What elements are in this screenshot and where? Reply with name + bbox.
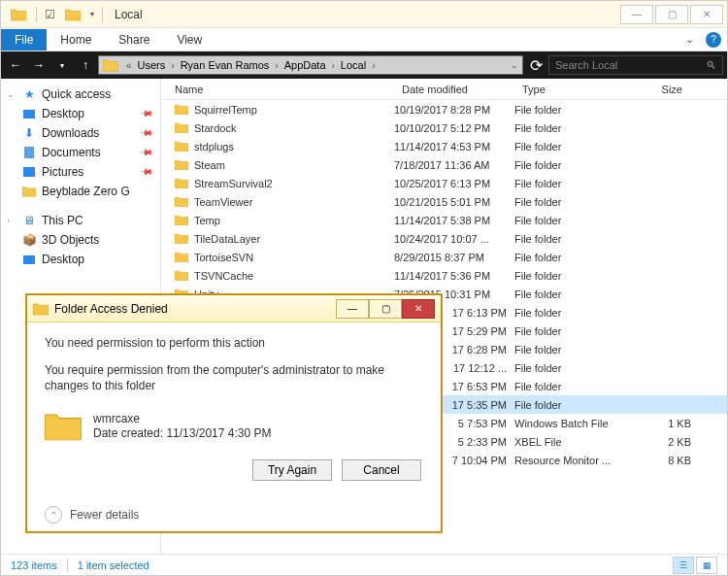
status-count: 123 items — [11, 559, 57, 571]
search-icon: 🔍︎ — [706, 59, 716, 71]
file-type: File folder — [514, 141, 617, 152]
file-type: File folder — [514, 178, 617, 189]
table-row[interactable]: Stardock10/10/2017 5:12 PMFile folder — [161, 119, 727, 137]
table-row[interactable]: StreamSurvival210/25/2017 6:13 PMFile fo… — [161, 174, 727, 192]
table-row[interactable]: SquirrelTemp10/19/2017 8:28 PMFile folde… — [161, 100, 727, 119]
file-type: File folder — [514, 307, 617, 319]
status-selected: 1 item selected — [78, 559, 149, 571]
history-dropdown-icon[interactable]: ▾ — [51, 54, 73, 76]
chevron-icon[interactable]: « — [122, 60, 136, 71]
dialog-message-primary: You need permission to perform this acti… — [45, 336, 423, 350]
dialog-titlebar[interactable]: Folder Access Denied — ▢ ✕ — [27, 295, 441, 322]
file-name: SquirrelTemp — [194, 104, 257, 116]
file-name: stdplugs — [194, 141, 234, 152]
dialog-title: Folder Access Denied — [54, 302, 168, 316]
file-name: TortoiseSVN — [194, 252, 253, 263]
file-type: File folder — [514, 270, 617, 282]
crumb-users[interactable]: Users — [136, 59, 168, 71]
file-type: File folder — [514, 233, 617, 245]
file-type: File folder — [514, 159, 617, 171]
file-type: File folder — [514, 325, 617, 337]
table-row[interactable]: TortoiseSVN8/29/2015 8:37 PMFile folder — [161, 248, 727, 266]
col-date[interactable]: Date modified — [394, 84, 514, 95]
column-headers[interactable]: Name Date modified Type Size — [161, 79, 727, 100]
view-tab[interactable]: View — [163, 29, 215, 51]
nav-3d-objects[interactable]: 📦3D Objects — [1, 230, 160, 250]
folder-icon — [175, 122, 188, 133]
dialog-close-button[interactable]: ✕ — [402, 299, 435, 319]
ribbon-expand-icon[interactable]: ⌄ — [678, 33, 700, 46]
table-row[interactable]: TileDataLayer10/24/2017 10:07 ...File fo… — [161, 229, 727, 248]
home-tab[interactable]: Home — [47, 29, 105, 51]
folder-access-denied-dialog: Folder Access Denied — ▢ ✕ You need perm… — [26, 294, 442, 532]
col-type[interactable]: Type — [514, 84, 617, 95]
dialog-minimize-button[interactable]: — — [336, 299, 369, 319]
dialog-item-name: wmrcaxe — [93, 412, 271, 427]
cancel-button[interactable]: Cancel — [342, 459, 421, 481]
window-titlebar: ☑ ▾ Local — ▢ ✕ — [1, 1, 727, 28]
search-input[interactable]: Search Local 🔍︎ — [548, 55, 723, 75]
file-date: 8/29/2015 8:37 PM — [394, 252, 514, 263]
fewer-details-link[interactable]: Fewer details — [70, 508, 139, 522]
folder-icon — [175, 178, 188, 188]
share-tab[interactable]: Share — [105, 29, 163, 51]
nav-pictures[interactable]: Pictures📌 — [1, 162, 160, 182]
file-date: 10/24/2017 10:07 ... — [394, 233, 514, 245]
refresh-button[interactable]: ⟳ — [525, 54, 546, 76]
app-folder-icon — [11, 7, 26, 22]
chevron-up-icon[interactable]: ⌃ — [45, 506, 62, 524]
dialog-message-secondary: You require permission from the computer… — [45, 363, 423, 393]
nav-downloads[interactable]: ⬇Downloads📌 — [1, 123, 160, 143]
qat-folder-icon[interactable] — [65, 7, 81, 22]
file-date: 11/14/2017 5:36 PM — [394, 270, 514, 282]
file-date: 11/14/2017 5:38 PM — [394, 215, 514, 226]
folder-icon — [175, 159, 188, 170]
window-title: Local — [115, 8, 143, 21]
details-view-button[interactable]: ☰ — [673, 557, 694, 574]
up-button[interactable]: ↑ — [75, 54, 96, 76]
back-button[interactable]: ← — [5, 54, 26, 76]
minimize-button[interactable]: — — [620, 5, 653, 24]
folder-icon — [175, 270, 188, 281]
crumb-local[interactable]: Local — [339, 59, 368, 71]
file-name: Temp — [194, 215, 220, 226]
table-row[interactable]: TSVNCache11/14/2017 5:36 PMFile folder — [161, 266, 727, 285]
pin-icon: 📌 — [140, 146, 154, 160]
file-date: 10/21/2015 5:01 PM — [394, 196, 514, 208]
qat-check-icon[interactable]: ☑ — [45, 8, 55, 21]
forward-button[interactable]: → — [28, 54, 50, 76]
folder-icon — [175, 252, 188, 262]
nav-desktop[interactable]: Desktop📌 — [1, 104, 160, 123]
nav-desktop-pc[interactable]: Desktop — [1, 250, 160, 269]
col-size[interactable]: Size — [617, 84, 691, 95]
this-pc[interactable]: ›🖥This PC — [1, 211, 160, 230]
file-tab[interactable]: File — [1, 29, 47, 51]
dialog-maximize-button[interactable]: ▢ — [369, 299, 402, 319]
file-type: File folder — [514, 252, 617, 263]
table-row[interactable]: stdplugs11/14/2017 4:53 PMFile folder — [161, 137, 727, 155]
table-row[interactable]: Temp11/14/2017 5:38 PMFile folder — [161, 211, 727, 229]
qat-dropdown-icon[interactable]: ▾ — [90, 10, 94, 18]
nav-documents[interactable]: Documents📌 — [1, 143, 160, 162]
file-type: File folder — [514, 362, 617, 374]
breadcrumb[interactable]: « Users› Ryan Evan Ramos› AppData› Local… — [98, 55, 523, 75]
path-dropdown-icon[interactable]: ⌄ — [511, 60, 518, 70]
file-type: Resource Monitor ... — [514, 455, 617, 466]
help-icon[interactable]: ? — [706, 32, 721, 48]
thumbs-view-button[interactable]: ▦ — [696, 557, 717, 574]
folder-icon — [175, 104, 188, 115]
col-name[interactable]: Name — [161, 84, 394, 95]
maximize-button[interactable]: ▢ — [655, 5, 688, 24]
try-again-button[interactable]: Try Again — [252, 459, 332, 481]
quick-access[interactable]: ⌄★Quick access — [1, 85, 160, 104]
crumb-appdata[interactable]: AppData — [282, 59, 328, 71]
nav-beyblade[interactable]: Beyblade Zero G — [1, 182, 160, 201]
crumb-user[interactable]: Ryan Evan Ramos — [179, 59, 272, 71]
close-button[interactable]: ✕ — [690, 5, 723, 24]
table-row[interactable]: Steam7/18/2017 11:36 AMFile folder — [161, 155, 727, 174]
table-row[interactable]: TeamViewer10/21/2015 5:01 PMFile folder — [161, 192, 727, 211]
folder-icon — [175, 233, 188, 244]
file-type: File folder — [514, 122, 617, 134]
pin-icon: 📌 — [140, 126, 154, 141]
file-type: File folder — [514, 288, 617, 300]
